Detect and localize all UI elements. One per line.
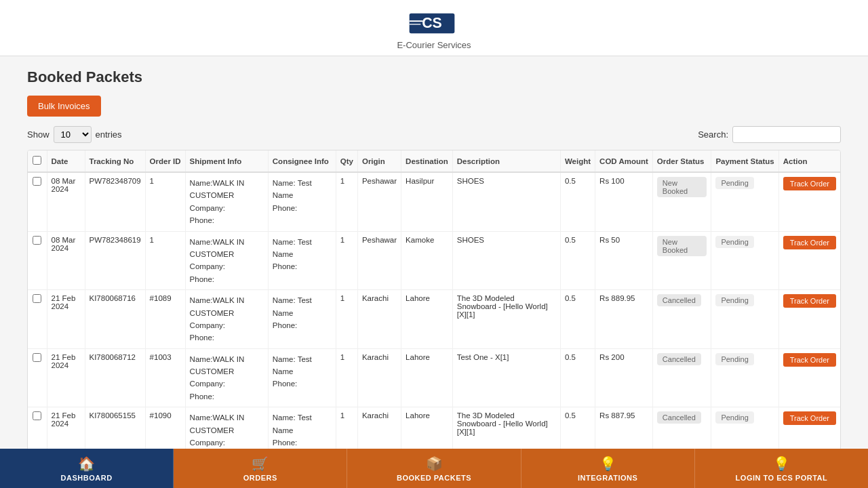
row-weight: 0.5 [560, 231, 595, 290]
row-checkbox[interactable] [33, 294, 41, 303]
payment-status-badge: Pending [715, 177, 753, 189]
orders-icon: 🛒 [252, 455, 269, 472]
payment-status-badge: Pending [715, 294, 753, 306]
track-order-button[interactable]: Track Order [783, 177, 836, 190]
col-description: Description [452, 150, 560, 172]
col-cod: COD Amount [595, 150, 653, 172]
search-input[interactable] [732, 126, 841, 143]
row-checkbox[interactable] [33, 411, 41, 420]
row-payment-status: Pending [711, 290, 778, 349]
col-date: Date [47, 150, 85, 172]
col-origin: Origin [357, 150, 401, 172]
row-origin: Peshawar [357, 231, 401, 290]
integrations-icon: 💡 [599, 455, 616, 472]
row-cod: Rs 100 [595, 172, 653, 231]
nav-label-integrations: INTEGRATIONS [578, 474, 637, 482]
col-order-status: Order Status [652, 150, 711, 172]
row-qty: 1 [336, 231, 357, 290]
row-checkbox-cell [28, 290, 47, 349]
col-order-id: Order ID [145, 150, 185, 172]
table-wrapper: Date Tracking No Order ID Shipment Info … [27, 150, 841, 488]
nav-item-booked-packets[interactable]: 📦 BOOKED PACKETS [347, 449, 521, 488]
row-checkbox[interactable] [33, 177, 41, 186]
row-origin: Peshawar [357, 172, 401, 231]
row-qty: 1 [336, 290, 357, 349]
row-cod: Rs 50 [595, 231, 653, 290]
row-destination: Lahore [401, 290, 453, 349]
entries-control: Show 10 25 50 100 entries [27, 126, 122, 143]
row-order-status: Cancelled [652, 290, 711, 349]
row-consignee: Name: Test NamePhone: [268, 290, 336, 349]
order-status-badge: Cancelled [657, 411, 701, 424]
select-all-header [28, 150, 47, 172]
nav-item-integrations[interactable]: 💡 INTEGRATIONS [521, 449, 695, 488]
dashboard-icon: 🏠 [78, 455, 95, 472]
packets-table: Date Tracking No Order ID Shipment Info … [28, 150, 840, 488]
row-checkbox[interactable] [33, 353, 41, 362]
row-action: Track Order [778, 231, 840, 290]
row-checkbox-cell [28, 231, 47, 290]
col-action: Action [778, 150, 840, 172]
payment-status-badge: Pending [715, 411, 753, 424]
row-tracking: PW782348619 [85, 231, 145, 290]
track-order-button[interactable]: Track Order [783, 411, 836, 425]
row-qty: 1 [336, 348, 357, 407]
row-checkbox[interactable] [33, 236, 41, 245]
row-action: Track Order [778, 290, 840, 349]
row-origin: Karachi [357, 290, 401, 349]
payment-status-badge: Pending [715, 353, 753, 365]
header: CS E-Courier Services [0, 0, 868, 56]
row-action: Track Order [778, 348, 840, 407]
track-order-button[interactable]: Track Order [783, 353, 836, 367]
col-destination: Destination [401, 150, 453, 172]
row-shipment: Name:WALK IN CUSTOMERCompany:Phone: [185, 290, 268, 349]
order-status-badge: New Booked [657, 177, 707, 197]
select-all-checkbox[interactable] [33, 156, 41, 165]
row-destination: Lahore [401, 348, 453, 407]
col-qty: Qty [336, 150, 357, 172]
svg-text:CS: CS [422, 15, 442, 31]
row-payment-status: Pending [711, 231, 778, 290]
order-status-badge: Cancelled [657, 294, 701, 306]
order-status-badge: Cancelled [657, 353, 701, 365]
row-weight: 0.5 [560, 348, 595, 407]
row-destination: Kamoke [401, 231, 453, 290]
page-title: Booked Packets [27, 68, 841, 86]
booked-packets-icon: 📦 [426, 455, 443, 472]
order-status-badge: New Booked [657, 236, 707, 256]
search-label: Search: [698, 129, 728, 140]
row-cod: Rs 889.95 [595, 290, 653, 349]
row-consignee: Name: Test NamePhone: [268, 348, 336, 407]
nav-item-dashboard[interactable]: 🏠 DASHBOARD [0, 449, 174, 488]
nav-item-login-portal[interactable]: 💡 LOGIN TO ECS PORTAL [695, 449, 868, 488]
row-cod: Rs 200 [595, 348, 653, 407]
row-order-id: #1089 [145, 290, 185, 349]
row-payment-status: Pending [711, 348, 778, 407]
row-destination: Hasilpur [401, 172, 453, 231]
row-shipment: Name:WALK IN CUSTOMERCompany:Phone: [185, 172, 268, 231]
bottom-nav: 🏠 DASHBOARD 🛒 ORDERS 📦 BOOKED PACKETS 💡 … [0, 449, 868, 488]
main-content: Booked Packets Bulk Invoices Show 10 25 … [0, 56, 868, 488]
entries-select[interactable]: 10 25 50 100 [54, 126, 92, 143]
row-order-id: 1 [145, 231, 185, 290]
bulk-invoices-button[interactable]: Bulk Invoices [27, 96, 101, 117]
row-consignee: Name: Test NamePhone: [268, 231, 336, 290]
row-tracking: KI780068716 [85, 290, 145, 349]
payment-status-badge: Pending [715, 236, 753, 248]
row-order-status: Cancelled [652, 348, 711, 407]
row-shipment: Name:WALK IN CUSTOMERCompany:Phone: [185, 231, 268, 290]
row-qty: 1 [336, 172, 357, 231]
row-tracking: KI780068712 [85, 348, 145, 407]
nav-label-orders: ORDERS [243, 474, 277, 482]
nav-item-orders[interactable]: 🛒 ORDERS [174, 449, 347, 488]
table-row: 21 Feb 2024 KI780068716 #1089 Name:WALK … [28, 290, 840, 349]
table-row: 08 Mar 2024 PW782348619 1 Name:WALK IN C… [28, 231, 840, 290]
col-tracking: Tracking No [85, 150, 145, 172]
track-order-button[interactable]: Track Order [783, 236, 836, 249]
row-date: 21 Feb 2024 [47, 290, 85, 349]
table-body: 08 Mar 2024 PW782348709 1 Name:WALK IN C… [28, 172, 840, 488]
logo-icon: CS [405, 8, 459, 39]
row-action: Track Order [778, 172, 840, 231]
track-order-button[interactable]: Track Order [783, 294, 836, 308]
col-payment-status: Payment Status [711, 150, 778, 172]
